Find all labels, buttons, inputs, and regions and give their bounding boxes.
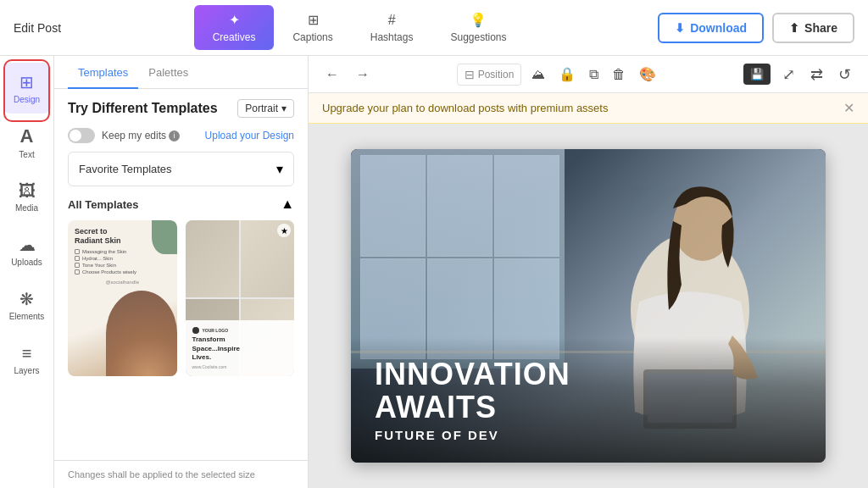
tmpl2-overlay: YOUR LOGO TransformSpace...InspireLives.… xyxy=(186,320,295,375)
redo-button[interactable]: → xyxy=(353,64,373,86)
panel-content: Try Different Templates Portrait ▾ Keep … xyxy=(54,89,308,460)
toolbar-right: 💾 ⤢ ⇄ ↺ xyxy=(743,62,854,87)
layers-toolbar-icon: ⊟ xyxy=(465,68,475,81)
hashtags-tab-label: Hashtags xyxy=(370,31,414,43)
portrait-select[interactable]: Portrait ▾ xyxy=(237,99,294,118)
suggestions-icon: 💡 xyxy=(470,12,487,28)
upgrade-close-button[interactable]: ✕ xyxy=(843,100,854,116)
copy-icon[interactable]: ⧉ xyxy=(586,64,602,86)
keep-my-edits-row: Keep my edits i Upload your Design xyxy=(68,128,294,143)
try-templates-header: Try Different Templates Portrait ▾ xyxy=(68,99,294,118)
sidebar-item-layers[interactable]: ≡ Layers xyxy=(3,334,51,385)
canvas-main: ⧉ + xyxy=(309,124,868,488)
chevron-up-icon[interactable]: ▲ xyxy=(281,197,294,212)
elements-icon: ❋ xyxy=(19,289,34,309)
template-card-transform[interactable]: YOUR LOGO TransformSpace...InspireLives.… xyxy=(186,220,295,376)
creatives-icon: ✦ xyxy=(229,12,240,28)
paint-icon[interactable]: 🎨 xyxy=(636,63,659,86)
sidebar: ⊞ Design A Text 🖼 Media ☁ Uploads ❋ Elem… xyxy=(0,56,54,488)
download-label: Download xyxy=(690,21,747,35)
tab-hashtags[interactable]: # Hashtags xyxy=(352,5,432,50)
uploads-icon: ☁ xyxy=(19,235,36,255)
all-templates-header: All Templates ▲ xyxy=(68,197,294,212)
shuffle-button[interactable]: ⇄ xyxy=(807,62,826,87)
canvas-overlay: INNOVATION AWAITS FUTURE OF DEV xyxy=(351,337,826,463)
logo-circle xyxy=(192,327,199,334)
template-leaf-decoration xyxy=(152,220,177,254)
panel-footer-text: Changes shall be applied to the selected… xyxy=(68,469,255,480)
template-skincare-inner: Secret toRadiant Skin Massaging the Skin… xyxy=(68,220,177,376)
tmpl2-logo-text: YOUR LOGO xyxy=(203,328,229,333)
canvas-background: INNOVATION AWAITS FUTURE OF DEV xyxy=(351,149,826,463)
tab-suggestions[interactable]: 💡 Suggestions xyxy=(431,5,525,50)
window-pane-2 xyxy=(427,155,492,256)
template-card-skincare[interactable]: Secret toRadiant Skin Massaging the Skin… xyxy=(68,220,177,376)
tmpl2-star-icon: ★ xyxy=(277,224,291,237)
save-button[interactable]: 💾 xyxy=(743,64,771,85)
canvas-card[interactable]: ⧉ + xyxy=(351,149,826,463)
fullscreen-button[interactable]: ⤢ xyxy=(779,62,798,87)
panel-tab-templates[interactable]: Templates xyxy=(68,56,138,89)
tmpl1-handle: @socialhandle xyxy=(75,280,170,285)
upgrade-banner: Upgrade your plan to download posts with… xyxy=(309,93,868,124)
undo-button[interactable]: ← xyxy=(322,64,342,86)
template-transform-inner: YOUR LOGO TransformSpace...InspireLives.… xyxy=(186,220,295,376)
toolbar-center: ⊟ Position ⛰ 🔒 ⧉ 🗑 🎨 xyxy=(457,63,660,86)
chevron-down-icon-fav: ▾ xyxy=(276,161,283,177)
tmpl1-item-2: Hydrat... Skin xyxy=(75,256,170,261)
favorite-templates-row[interactable]: Favorite Templates ▾ xyxy=(68,152,294,186)
text-icon: A xyxy=(20,125,34,147)
position-button[interactable]: ⊟ Position xyxy=(457,64,522,86)
keep-edits-label: Keep my edits i xyxy=(102,130,180,141)
sidebar-item-elements[interactable]: ❋ Elements xyxy=(3,280,51,330)
sidebar-item-design[interactable]: ⊞ Design xyxy=(3,63,51,114)
hashtags-icon: # xyxy=(388,13,396,28)
header: Edit Post ✦ Creatives ⊞ Captions # Hasht… xyxy=(0,0,868,56)
sidebar-elements-label: Elements xyxy=(9,312,45,321)
toolbar-left: ← → xyxy=(322,64,373,86)
upgrade-message: Upgrade your plan to download posts with… xyxy=(322,102,608,114)
design-icon: ⊞ xyxy=(19,72,34,92)
panel: Templates Palettes Try Different Templat… xyxy=(54,56,309,488)
checkbox-icon xyxy=(75,269,80,274)
sidebar-uploads-label: Uploads xyxy=(11,258,42,267)
tab-creatives[interactable]: ✦ Creatives xyxy=(194,5,275,50)
canvas-toolbar: ← → ⊟ Position ⛰ 🔒 ⧉ 🗑 🎨 💾 ⤢ ⇄ ↺ xyxy=(309,56,868,93)
window-grid xyxy=(360,155,559,359)
main-area: ⊞ Design A Text 🖼 Media ☁ Uploads ❋ Elem… xyxy=(0,56,868,488)
refresh-button[interactable]: ↺ xyxy=(835,62,854,87)
panel-tab-palettes[interactable]: Palettes xyxy=(138,56,198,89)
nav-tabs: ✦ Creatives ⊞ Captions # Hashtags 💡 Sugg… xyxy=(194,5,526,50)
tmpl2-logo-row: YOUR LOGO xyxy=(192,327,288,334)
header-left: Edit Post xyxy=(14,21,61,35)
sidebar-item-uploads[interactable]: ☁ Uploads xyxy=(3,225,51,276)
captions-tab-label: Captions xyxy=(292,31,332,43)
sidebar-text-label: Text xyxy=(19,150,34,159)
mountain-icon[interactable]: ⛰ xyxy=(528,64,548,86)
header-right: ⬇ Download ⬆ Share xyxy=(658,13,854,43)
sidebar-item-media[interactable]: 🖼 Media xyxy=(3,171,51,222)
tmpl2-img-1 xyxy=(186,220,239,297)
lock-icon[interactable]: 🔒 xyxy=(555,63,579,86)
window-pane-1 xyxy=(360,155,426,256)
download-button[interactable]: ⬇ Download xyxy=(658,13,764,43)
canvas-title-line2: AWAITS xyxy=(375,391,802,424)
canvas-title-line1: INNOVATION xyxy=(375,358,802,391)
canvas-subtitle: FUTURE OF DEV xyxy=(375,428,802,442)
all-templates-label: All Templates xyxy=(68,198,139,211)
tab-captions[interactable]: ⊞ Captions xyxy=(274,5,351,50)
sidebar-design-label: Design xyxy=(14,95,40,104)
keep-edits-toggle[interactable] xyxy=(68,128,95,143)
share-button[interactable]: ⬆ Share xyxy=(772,13,854,43)
panel-tabs: Templates Palettes xyxy=(54,56,308,89)
info-icon: i xyxy=(169,130,180,141)
position-label: Position xyxy=(478,69,515,80)
delete-icon[interactable]: 🗑 xyxy=(609,64,629,86)
sidebar-item-text[interactable]: A Text xyxy=(3,117,51,168)
captions-icon: ⊞ xyxy=(308,12,319,28)
upload-design-link[interactable]: Upload your Design xyxy=(205,130,294,141)
media-icon: 🖼 xyxy=(19,181,36,201)
creatives-tab-label: Creatives xyxy=(213,31,256,43)
checkbox-icon xyxy=(75,263,80,268)
tmpl2-url: www.Coolsite.com xyxy=(192,364,288,369)
